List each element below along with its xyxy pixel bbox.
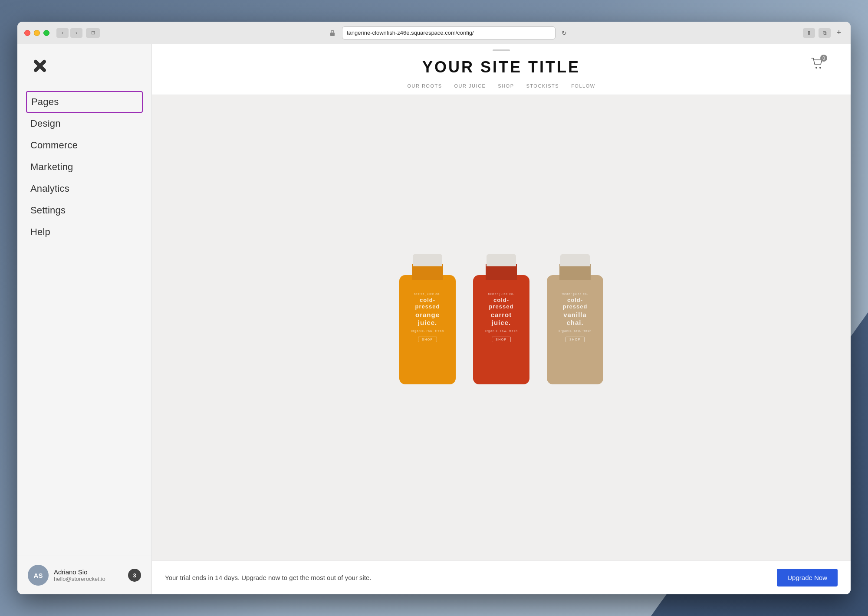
bottle-orange: foster juice co. cold-pressed orangejuic… (399, 254, 456, 384)
site-nav-item-shop[interactable]: SHOP (498, 83, 514, 88)
bottle-cta-0: shop (418, 337, 437, 342)
user-email: hello@storerocket.io (54, 576, 123, 582)
user-profile-area: AS Adriano Sio hello@storerocket.io 3 (17, 556, 151, 594)
site-nav-item-stockists[interactable]: STOCKISTS (526, 83, 559, 88)
squarespace-logo[interactable] (30, 56, 49, 75)
bottle-cap-1 (487, 254, 516, 266)
new-tab-button[interactable]: + (834, 28, 844, 38)
refresh-button[interactable]: ↻ (559, 28, 569, 38)
drag-handle (493, 49, 510, 51)
security-indicator (326, 27, 339, 39)
close-button[interactable] (24, 30, 30, 36)
browser-window: ‹ › ⊡ tangerine-clownfish-z46e.squarespa… (17, 22, 851, 594)
bottle-body-1: foster juice co. cold-pressed carrotjuic… (473, 275, 529, 384)
logo-area (17, 44, 151, 84)
site-header-inner: YOUR SITE TITLE OUR ROOTS OUR JUICE SHOP… (328, 49, 675, 95)
preview-area: YOUR SITE TITLE OUR ROOTS OUR JUICE SHOP… (152, 44, 851, 594)
bottle-brand-1: foster juice co. (477, 292, 525, 295)
svg-point-3 (815, 67, 817, 69)
trial-banner: Your trial ends in 14 days. Upgrade now … (152, 560, 851, 594)
bottle-type-0: cold-pressed (404, 297, 451, 310)
duplicate-tab-button[interactable]: ⧉ (819, 28, 831, 38)
nav-menu: Pages Design Commerce Marketing Analytic… (17, 84, 151, 556)
cart-icon-wrapper[interactable]: 0 (811, 57, 825, 69)
bottle-cta-1: shop (492, 337, 511, 342)
titlebar: ‹ › ⊡ tangerine-clownfish-z46e.squarespa… (17, 22, 851, 44)
sidebar-item-analytics[interactable]: Analytics (17, 178, 151, 200)
site-title: YOUR SITE TITLE (422, 58, 580, 76)
titlebar-right-actions: ⬆ ⧉ + (803, 28, 844, 38)
sidebar-item-design[interactable]: Design (17, 113, 151, 134)
trial-text: Your trial ends in 14 days. Upgrade now … (165, 574, 372, 581)
site-header: YOUR SITE TITLE OUR ROOTS OUR JUICE SHOP… (152, 44, 851, 95)
svg-point-4 (819, 67, 821, 69)
bottle-cap-2 (560, 254, 590, 266)
sidebar-item-settings[interactable]: Settings (17, 200, 151, 221)
minimize-button[interactable] (34, 30, 40, 36)
bottles-container: foster juice co. cold-pressed orangejuic… (399, 254, 603, 402)
sidebar-item-commerce[interactable]: Commerce (17, 134, 151, 156)
squarespace-logo-icon (30, 56, 49, 75)
tab-view-button[interactable]: ⊡ (86, 28, 100, 38)
url-text: tangerine-clownfish-z46e.squarespace.com… (347, 29, 474, 36)
sidebar-item-help[interactable]: Help (17, 221, 151, 243)
cart-count: 0 (820, 55, 827, 62)
sidebar-item-pages[interactable]: Pages (26, 91, 143, 113)
bottle-cta-2: shop (566, 337, 585, 342)
avatar[interactable]: AS (28, 565, 49, 586)
upgrade-button[interactable]: Upgrade Now (777, 569, 838, 587)
bottle-brand-0: foster juice co. (404, 292, 451, 295)
main-content: Pages Design Commerce Marketing Analytic… (17, 44, 851, 594)
bottle-name-0: orangejuice. (404, 311, 451, 327)
bottle-carrot: foster juice co. cold-pressed carrotjuic… (473, 254, 529, 384)
site-nav: OUR ROOTS OUR JUICE SHOP STOCKISTS FOLLO… (407, 83, 595, 88)
user-name: Adriano Sio (54, 568, 123, 576)
site-nav-item-follow[interactable]: FOLLOW (571, 83, 595, 88)
notification-badge[interactable]: 3 (128, 569, 141, 582)
bottle-type-1: cold-pressed (477, 297, 525, 310)
site-nav-item-juice[interactable]: OUR JUICE (454, 83, 486, 88)
bottle-brand-2: foster juice co. (551, 292, 599, 295)
svg-rect-0 (330, 33, 335, 36)
bottle-name-2: vanillachai. (551, 311, 599, 327)
sidebar: Pages Design Commerce Marketing Analytic… (17, 44, 152, 594)
bottle-sub-2: organic, raw, fresh (551, 329, 599, 332)
fullscreen-button[interactable] (43, 30, 49, 36)
product-preview: foster juice co. cold-pressed orangejuic… (152, 95, 851, 560)
bottle-sub-1: organic, raw, fresh (477, 329, 525, 332)
site-nav-item-roots[interactable]: OUR ROOTS (407, 83, 442, 88)
address-bar: tangerine-clownfish-z46e.squarespace.com… (326, 26, 569, 39)
back-button[interactable]: ‹ (56, 28, 69, 38)
bottle-sub-0: organic, raw, fresh (404, 329, 451, 332)
bottle-body-2: foster juice co. cold-pressed vanillacha… (547, 275, 603, 384)
lock-icon (329, 29, 335, 36)
nav-buttons: ‹ › (56, 28, 82, 38)
bottle-name-1: carrotjuice. (477, 311, 525, 327)
traffic-lights (24, 30, 49, 36)
bottle-chai: foster juice co. cold-pressed vanillacha… (547, 254, 603, 384)
share-button[interactable]: ⬆ (803, 28, 815, 38)
user-info: Adriano Sio hello@storerocket.io (54, 568, 123, 582)
sidebar-item-marketing[interactable]: Marketing (17, 156, 151, 178)
url-field[interactable]: tangerine-clownfish-z46e.squarespace.com… (342, 26, 556, 39)
forward-button[interactable]: › (70, 28, 82, 38)
bottle-type-2: cold-pressed (551, 297, 599, 310)
